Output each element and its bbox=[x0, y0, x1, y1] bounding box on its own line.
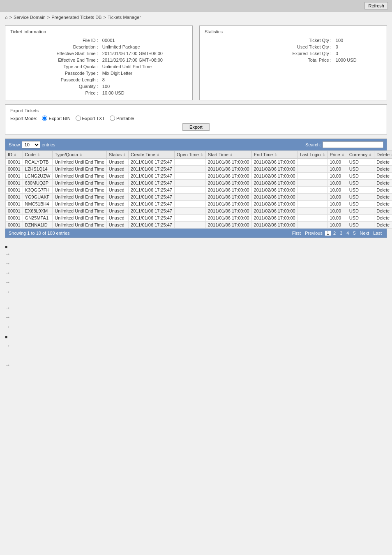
cell-open bbox=[174, 208, 205, 215]
ticket-info-field-label: Type and Quota : bbox=[11, 64, 100, 69]
col-header-type[interactable]: Type/Quota ⇕ bbox=[53, 151, 106, 159]
cell-price: 10.00 bbox=[327, 159, 347, 166]
cell-start: 2011/01/06 17:00:00 bbox=[205, 222, 251, 229]
cell-code: YG9GUAKF bbox=[23, 194, 53, 201]
delete-link[interactable]: Delete bbox=[376, 208, 390, 213]
cell-type: Unlimited Until End Time bbox=[53, 180, 106, 187]
ticket-info-field-value: 10.00 USD bbox=[101, 90, 187, 96]
home-icon[interactable]: ⌂ bbox=[5, 15, 8, 20]
ticket-info-row: Quantity : 100 bbox=[11, 83, 187, 89]
delete-link[interactable]: Delete bbox=[376, 194, 390, 199]
cell-status: Unused bbox=[106, 166, 128, 173]
pagination-last[interactable]: Last bbox=[371, 230, 383, 236]
col-header-open[interactable]: Open Time ⇕ bbox=[174, 151, 205, 159]
arrow-6: → bbox=[5, 305, 10, 311]
ticket-info-row: File ID : 00001 bbox=[11, 37, 187, 43]
entries-select[interactable]: 10 25 50 100 bbox=[22, 141, 40, 148]
cell-currency: USD bbox=[347, 215, 374, 222]
delete-link[interactable]: Delete bbox=[376, 160, 390, 164]
ticket-info-field-value: 2011/01/06 17:00 GMT+08:00 bbox=[101, 51, 187, 56]
cell-create: 2011/01/06 17:25:47 bbox=[129, 208, 175, 215]
cell-end: 2011/02/06 17:00:00 bbox=[251, 201, 297, 208]
ticket-info-field-label: Effective End Time : bbox=[11, 57, 100, 63]
delete-link[interactable]: Delete bbox=[376, 180, 390, 185]
cell-delete: Delete bbox=[374, 159, 392, 166]
ticket-info-field-value: 2011/02/06 17:00 GMT+08:00 bbox=[101, 57, 187, 63]
export-bin-option[interactable]: Export BIN bbox=[42, 116, 70, 121]
export-mode-group: Export Mode: Export BIN Export TXT Print… bbox=[10, 116, 382, 121]
cell-end: 2011/02/06 17:00:00 bbox=[251, 215, 297, 222]
entries-label: entries bbox=[42, 142, 55, 147]
pagination-current[interactable]: 1 bbox=[325, 231, 331, 236]
table-controls: Show 10 25 50 100 entries Search: bbox=[5, 139, 387, 150]
pagination-page-5[interactable]: 5 bbox=[351, 230, 357, 236]
cell-price: 10.00 bbox=[327, 166, 347, 173]
cell-status: Unused bbox=[106, 201, 128, 208]
cell-delete: Delete bbox=[374, 222, 392, 229]
ticket-info-title: Ticket Information bbox=[10, 29, 187, 34]
pagination-page-2[interactable]: 2 bbox=[332, 230, 337, 236]
col-header-create[interactable]: Create Time ⇕ bbox=[129, 151, 175, 159]
breadcrumb-tickets-manager[interactable]: Tickets Manager bbox=[108, 15, 141, 20]
cell-currency: USD bbox=[347, 222, 374, 229]
cell-type: Unlimited Until End Time bbox=[53, 194, 106, 201]
col-header-last_login[interactable]: Last Login ⇕ bbox=[297, 151, 327, 159]
cell-start: 2011/01/06 17:00:00 bbox=[205, 159, 251, 166]
table-row: 00001K3QGG7FHUnlimited Until End TimeUnu… bbox=[6, 187, 392, 194]
cell-open bbox=[174, 180, 205, 187]
col-header-start[interactable]: Start Time ⇕ bbox=[205, 151, 251, 159]
col-header-id[interactable]: ID ⇕ bbox=[6, 151, 23, 159]
delete-link[interactable]: Delete bbox=[376, 173, 390, 178]
cell-type: Unlimited Until End Time bbox=[53, 215, 106, 222]
cell-start: 2011/01/06 17:00:00 bbox=[205, 180, 251, 187]
delete-link[interactable]: Delete bbox=[376, 222, 390, 227]
cell-code: EX68L9XM bbox=[23, 208, 53, 215]
pagination-next[interactable]: Next bbox=[358, 230, 371, 236]
pagination-page-3[interactable]: 3 bbox=[338, 230, 344, 236]
delete-link[interactable]: Delete bbox=[376, 201, 390, 206]
breadcrumb-pregenerated[interactable]: Pregenerated Tickets DB bbox=[51, 15, 101, 20]
breadcrumb-service-domain[interactable]: Service Domain bbox=[14, 15, 46, 20]
cell-create: 2011/01/06 17:25:47 bbox=[129, 194, 175, 201]
cell-last_login bbox=[297, 194, 327, 201]
export-txt-option[interactable]: Export TXT bbox=[76, 116, 105, 121]
delete-link[interactable]: Delete bbox=[376, 215, 390, 220]
pagination-page-4[interactable]: 4 bbox=[345, 230, 350, 236]
table-footer-text: Showing 1 to 10 of 100 entries bbox=[9, 231, 70, 236]
cell-code: NMC51BH4 bbox=[23, 201, 53, 208]
cell-start: 2011/01/06 17:00:00 bbox=[205, 194, 251, 201]
delete-link[interactable]: Delete bbox=[376, 166, 390, 171]
cell-price: 10.00 bbox=[327, 215, 347, 222]
col-header-status[interactable]: Status ⇕ bbox=[106, 151, 128, 159]
col-header-currency[interactable]: Currency ⇕ bbox=[347, 151, 374, 159]
breadcrumb-separator2: > bbox=[47, 15, 50, 20]
col-header-price[interactable]: Price ⇕ bbox=[327, 151, 347, 159]
cell-create: 2011/01/06 17:25:47 bbox=[129, 222, 175, 229]
delete-link[interactable]: Delete bbox=[376, 187, 390, 192]
stat-value: 1000 USD bbox=[334, 57, 381, 63]
export-button[interactable]: Export bbox=[182, 123, 210, 131]
cell-type: Unlimited Until End Time bbox=[53, 187, 106, 194]
col-header-code[interactable]: Code ⇕ bbox=[23, 151, 53, 159]
ticket-info-field-value: 100 bbox=[101, 83, 187, 89]
breadcrumb: ⌂ > Service Domain > Pregenerated Ticket… bbox=[0, 12, 392, 23]
col-header-delete[interactable]: Delete ⇕ bbox=[374, 151, 392, 159]
ticket-info-row: Price : 10.00 USD bbox=[11, 90, 187, 96]
ticket-info-panel: Ticket Information File ID : 00001Descri… bbox=[5, 25, 193, 100]
pagination-first[interactable]: First bbox=[291, 230, 302, 236]
cell-create: 2011/01/06 17:25:47 bbox=[129, 201, 175, 208]
cell-last_login bbox=[297, 173, 327, 180]
cell-status: Unused bbox=[106, 222, 128, 229]
stat-label: Expired Ticket Qty : bbox=[205, 51, 333, 56]
table-row: 00001YG9GUAKFUnlimited Until End TimeUnu… bbox=[6, 194, 392, 201]
statistics-panel: Statistics Ticket Qty : 100Used Ticket Q… bbox=[199, 25, 387, 100]
arrow-8: → bbox=[5, 324, 10, 330]
pagination-previous[interactable]: Previous bbox=[303, 230, 324, 236]
statistics-row: Expired Ticket Qty : 0 bbox=[205, 51, 381, 56]
export-printable-option[interactable]: Printable bbox=[110, 116, 134, 121]
cell-last_login bbox=[297, 166, 327, 173]
refresh-button[interactable]: Refresh bbox=[364, 2, 388, 9]
search-input[interactable] bbox=[323, 141, 383, 148]
cell-last_login bbox=[297, 180, 327, 187]
col-header-end[interactable]: End Time ⇕ bbox=[251, 151, 297, 159]
